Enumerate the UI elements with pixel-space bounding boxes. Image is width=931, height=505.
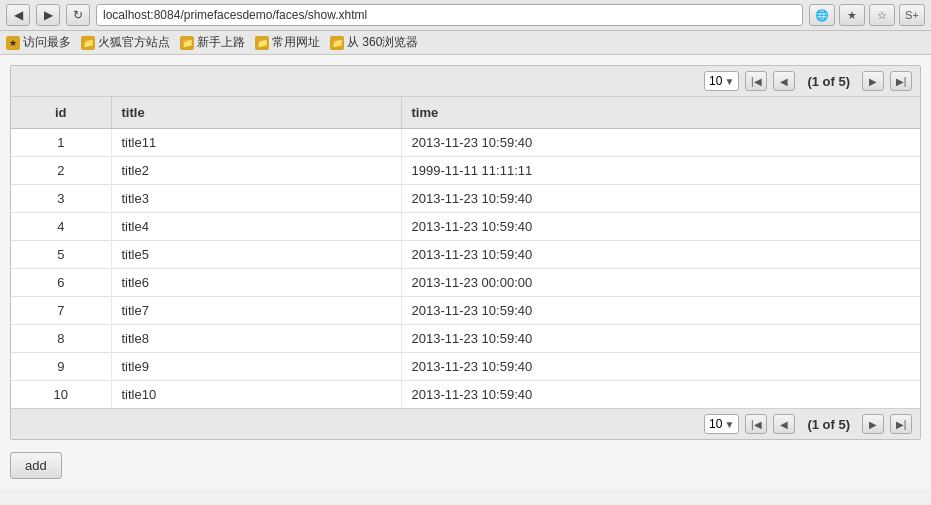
cell-id: 2 — [11, 157, 111, 185]
last-page-btn-bottom[interactable]: ▶| — [890, 414, 912, 434]
page-info-top: (1 of 5) — [801, 74, 856, 89]
bookmark-visited[interactable]: ★ 访问最多 — [6, 34, 71, 51]
bookmark-firefox[interactable]: 📁 火狐官方站点 — [81, 34, 170, 51]
table-row: 8title82013-11-23 10:59:40 — [11, 325, 920, 353]
cell-title: title5 — [111, 241, 401, 269]
rows-per-page-select-bottom[interactable]: 10 ▼ — [704, 414, 739, 434]
table-row: 5title52013-11-23 10:59:40 — [11, 241, 920, 269]
star-icon-btn[interactable]: ★ — [839, 4, 865, 26]
browser-icons: 🌐 ★ ☆ S+ — [809, 4, 925, 26]
cell-title: title3 — [111, 185, 401, 213]
table-row: 2title21999-11-11 11:11:11 — [11, 157, 920, 185]
url-bar[interactable]: localhost:8084/primefacesdemo/faces/show… — [96, 4, 803, 26]
address-bar: ◀ ▶ ↻ localhost:8084/primefacesdemo/face… — [0, 0, 931, 31]
table-header-row: id title time — [11, 97, 920, 129]
bookmark-newuser-icon: 📁 — [180, 36, 194, 50]
bookmark-common[interactable]: 📁 常用网址 — [255, 34, 320, 51]
rows-per-page-select-top[interactable]: 10 ▼ — [704, 71, 739, 91]
col-header-time: time — [401, 97, 920, 129]
cell-id: 9 — [11, 353, 111, 381]
datatable: 10 ▼ |◀ ◀ (1 of 5) ▶ ▶| id title time 1t… — [10, 65, 921, 440]
cell-id: 5 — [11, 241, 111, 269]
bookmark-visited-icon: ★ — [6, 36, 20, 50]
table-row: 9title92013-11-23 10:59:40 — [11, 353, 920, 381]
prev-page-btn-top[interactable]: ◀ — [773, 71, 795, 91]
menu-icon-btn[interactable]: S+ — [899, 4, 925, 26]
refresh-button[interactable]: ↻ — [66, 4, 90, 26]
security-icon-btn[interactable]: 🌐 — [809, 4, 835, 26]
bookmark-icon-btn[interactable]: ☆ — [869, 4, 895, 26]
cell-title: title8 — [111, 325, 401, 353]
cell-id: 8 — [11, 325, 111, 353]
cell-title: title4 — [111, 213, 401, 241]
bookmark-360-icon: 📁 — [330, 36, 344, 50]
cell-time: 2013-11-23 10:59:40 — [401, 185, 920, 213]
col-header-title: title — [111, 97, 401, 129]
cell-time: 2013-11-23 10:59:40 — [401, 213, 920, 241]
next-page-btn-bottom[interactable]: ▶ — [862, 414, 884, 434]
paginator-bottom: 10 ▼ |◀ ◀ (1 of 5) ▶ ▶| — [11, 408, 920, 439]
table-row: 6title62013-11-23 00:00:00 — [11, 269, 920, 297]
col-header-id: id — [11, 97, 111, 129]
bookmark-360[interactable]: 📁 从 360浏览器 — [330, 34, 418, 51]
first-page-btn-bottom[interactable]: |◀ — [745, 414, 767, 434]
bookmark-firefox-icon: 📁 — [81, 36, 95, 50]
first-page-btn-top[interactable]: |◀ — [745, 71, 767, 91]
page-content: 10 ▼ |◀ ◀ (1 of 5) ▶ ▶| id title time 1t… — [0, 55, 931, 489]
cell-time: 1999-11-11 11:11:11 — [401, 157, 920, 185]
cell-title: title6 — [111, 269, 401, 297]
cell-time: 2013-11-23 10:59:40 — [401, 325, 920, 353]
table-row: 10title102013-11-23 10:59:40 — [11, 381, 920, 409]
cell-id: 6 — [11, 269, 111, 297]
cell-title: title9 — [111, 353, 401, 381]
rows-select-arrow-bottom: ▼ — [724, 419, 734, 430]
next-page-btn-top[interactable]: ▶ — [862, 71, 884, 91]
table-row: 1title112013-11-23 10:59:40 — [11, 129, 920, 157]
cell-title: title11 — [111, 129, 401, 157]
last-page-btn-top[interactable]: ▶| — [890, 71, 912, 91]
add-button[interactable]: add — [10, 452, 62, 479]
browser-chrome: ◀ ▶ ↻ localhost:8084/primefacesdemo/face… — [0, 0, 931, 55]
cell-time: 2013-11-23 10:59:40 — [401, 297, 920, 325]
cell-id: 1 — [11, 129, 111, 157]
cell-time: 2013-11-23 10:59:40 — [401, 381, 920, 409]
cell-title: title10 — [111, 381, 401, 409]
back-button[interactable]: ◀ — [6, 4, 30, 26]
forward-button[interactable]: ▶ — [36, 4, 60, 26]
table-row: 7title72013-11-23 10:59:40 — [11, 297, 920, 325]
table-row: 4title42013-11-23 10:59:40 — [11, 213, 920, 241]
bookmark-newuser[interactable]: 📁 新手上路 — [180, 34, 245, 51]
bookmarks-bar: ★ 访问最多 📁 火狐官方站点 📁 新手上路 📁 常用网址 📁 从 360浏览器 — [0, 31, 931, 55]
cell-time: 2013-11-23 00:00:00 — [401, 269, 920, 297]
table-row: 3title32013-11-23 10:59:40 — [11, 185, 920, 213]
cell-time: 2013-11-23 10:59:40 — [401, 129, 920, 157]
rows-select-arrow-top: ▼ — [724, 76, 734, 87]
cell-id: 3 — [11, 185, 111, 213]
cell-id: 7 — [11, 297, 111, 325]
cell-title: title2 — [111, 157, 401, 185]
paginator-top: 10 ▼ |◀ ◀ (1 of 5) ▶ ▶| — [11, 66, 920, 97]
page-info-bottom: (1 of 5) — [801, 417, 856, 432]
cell-id: 4 — [11, 213, 111, 241]
cell-id: 10 — [11, 381, 111, 409]
cell-title: title7 — [111, 297, 401, 325]
data-table: id title time 1title112013-11-23 10:59:4… — [11, 97, 920, 408]
cell-time: 2013-11-23 10:59:40 — [401, 241, 920, 269]
bookmark-common-icon: 📁 — [255, 36, 269, 50]
cell-time: 2013-11-23 10:59:40 — [401, 353, 920, 381]
prev-page-btn-bottom[interactable]: ◀ — [773, 414, 795, 434]
